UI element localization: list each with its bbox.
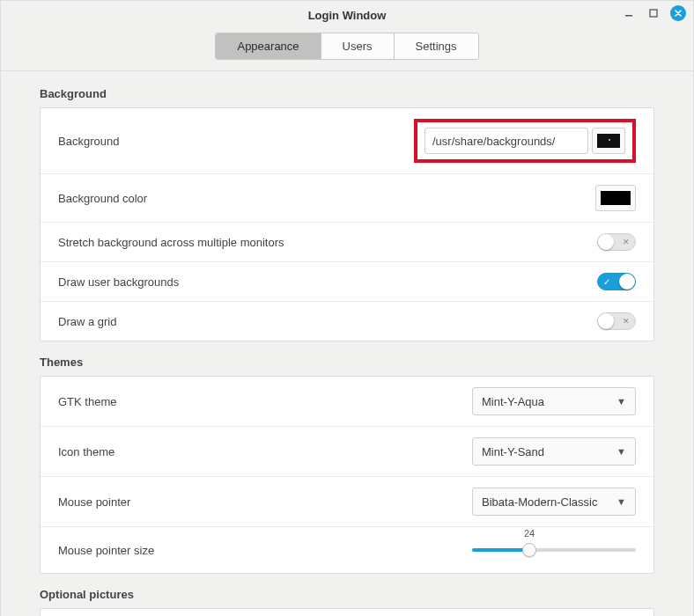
window-title: Login Window	[308, 9, 387, 22]
label-icon-theme: Icon theme	[58, 445, 114, 458]
svg-rect-0	[625, 15, 632, 17]
section-title-background: Background	[40, 87, 654, 100]
row-cursor-size: Mouse pointer size 24	[41, 527, 653, 573]
label-stretch: Stretch background across multiple monit…	[58, 236, 284, 249]
chevron-down-icon: ▼	[616, 496, 626, 507]
tab-appearance[interactable]: Appearance	[216, 33, 321, 59]
row-icon-theme: Icon theme Mint-Y-Sand ▼	[41, 427, 653, 477]
label-mouse-pointer: Mouse pointer	[58, 495, 130, 509]
row-background-color: Background color	[41, 174, 653, 223]
combo-value: Mint-Y-Sand	[482, 445, 544, 458]
tab-settings[interactable]: Settings	[395, 33, 478, 59]
row-mouse-pointer: Mouse pointer Bibata-Modern-Classic ▼	[41, 477, 653, 527]
tab-users[interactable]: Users	[321, 33, 395, 59]
toggle-off-icon: ✕	[623, 317, 630, 326]
window-controls	[621, 5, 686, 21]
background-thumbnail-icon	[597, 134, 620, 148]
panel-background: Background Background color Stretch back…	[40, 107, 654, 341]
color-swatch	[601, 191, 631, 205]
close-button[interactable]	[670, 5, 686, 21]
combo-gtk-theme[interactable]: Mint-Y-Aqua ▼	[472, 387, 636, 415]
maximize-button[interactable]	[646, 5, 661, 21]
background-preview-button[interactable]	[592, 128, 625, 154]
minimize-button[interactable]	[621, 5, 637, 21]
label-gtk-theme: GTK theme	[58, 395, 116, 408]
chevron-down-icon: ▼	[616, 446, 626, 457]
row-background: Background	[41, 108, 653, 174]
background-color-button[interactable]	[595, 185, 636, 211]
toggle-draw-user-bg[interactable]: ✓	[597, 273, 636, 290]
combo-value: Bibata-Modern-Classic	[482, 495, 598, 509]
svg-rect-1	[650, 10, 657, 17]
row-gtk-theme: GTK theme Mint-Y-Aqua ▼	[41, 377, 653, 427]
section-title-themes: Themes	[40, 356, 654, 369]
combo-mouse-pointer[interactable]: Bibata-Modern-Classic ▼	[472, 488, 636, 516]
row-draw-grid: Draw a grid ✕	[41, 302, 653, 341]
slider-thumb[interactable]	[522, 543, 536, 557]
panel-themes: GTK theme Mint-Y-Aqua ▼ Icon theme Mint-…	[40, 376, 654, 574]
row-draw-user-bg: Draw user backgrounds ✓	[41, 262, 653, 302]
background-highlight	[414, 119, 636, 163]
label-background: Background	[58, 135, 119, 148]
toggle-stretch[interactable]: ✕	[597, 233, 636, 251]
slider-track	[472, 548, 636, 552]
combo-icon-theme[interactable]: Mint-Y-Sand ▼	[472, 437, 636, 466]
toggle-on-icon: ✓	[603, 277, 610, 287]
label-draw-user-bg: Draw user backgrounds	[58, 275, 179, 289]
label-cursor-size: Mouse pointer size	[58, 544, 154, 557]
toggle-off-icon: ✕	[623, 238, 630, 246]
slider-value-label: 24	[524, 528, 535, 539]
cursor-size-slider[interactable]: 24	[472, 538, 636, 562]
section-title-optional: Optional pictures	[40, 588, 654, 601]
row-other-monitors: Other monitors	[41, 609, 653, 616]
titlebar: Login Window	[1, 1, 693, 29]
row-stretch: Stretch background across multiple monit…	[41, 223, 653, 262]
label-draw-grid: Draw a grid	[58, 315, 116, 328]
combo-value: Mint-Y-Aqua	[482, 395, 544, 408]
background-path-input[interactable]	[425, 128, 588, 154]
panel-optional: Other monitors Bottom left	[40, 608, 654, 616]
tabbar: Appearance Users Settings	[1, 29, 693, 71]
label-background-color: Background color	[58, 192, 147, 205]
chevron-down-icon: ▼	[616, 396, 626, 407]
toggle-draw-grid[interactable]: ✕	[597, 312, 636, 330]
